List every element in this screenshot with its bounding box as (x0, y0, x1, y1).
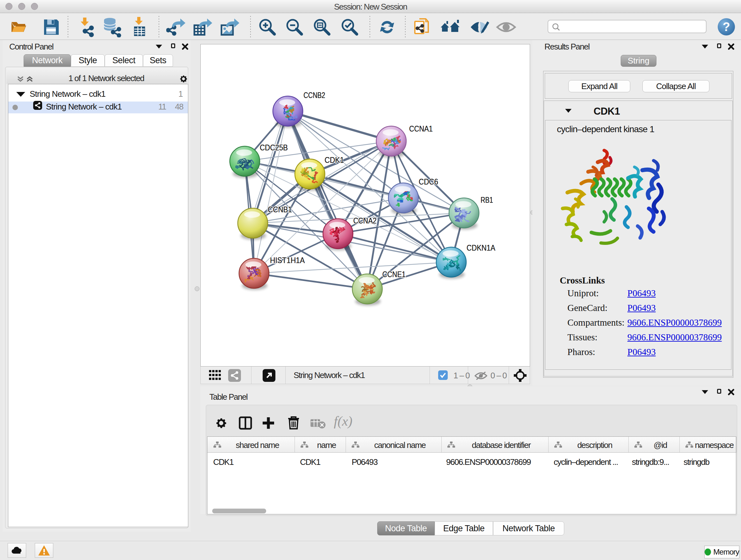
svg-text:CCNB1: CCNB1 (268, 205, 292, 214)
svg-text:HIST1H1A: HIST1H1A (270, 255, 305, 265)
svg-text:CCNA1: CCNA1 (409, 124, 433, 133)
svg-text:CDC25B: CDC25B (260, 143, 288, 152)
svg-text:CDK1: CDK1 (325, 155, 344, 165)
svg-text:CCNE1: CCNE1 (382, 269, 406, 279)
svg-text:CDC6: CDC6 (419, 177, 438, 186)
svg-text:CCNB2: CCNB2 (304, 90, 325, 100)
svg-text:CDKN1A: CDKN1A (467, 243, 495, 253)
svg-text:CCNA2: CCNA2 (353, 216, 377, 226)
svg-text:RB1: RB1 (481, 195, 493, 205)
